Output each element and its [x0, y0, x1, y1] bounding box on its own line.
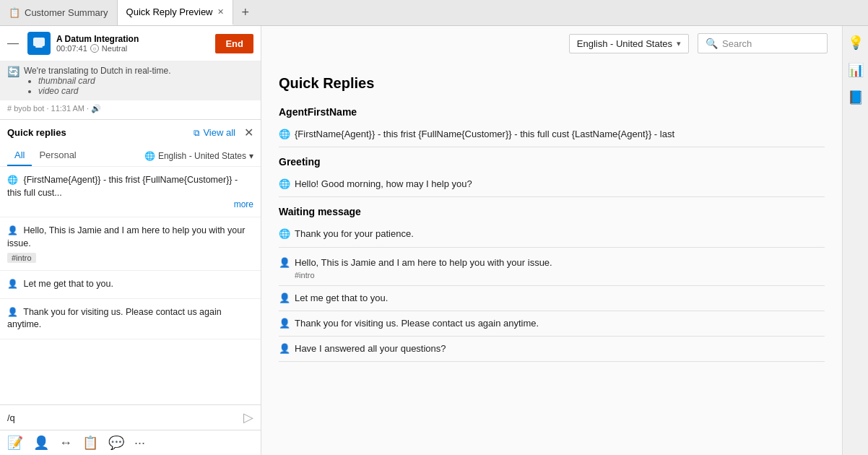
section-personal-text-0: Hello, This is Jamie and I am here to he…: [295, 256, 552, 269]
minimize-button[interactable]: —: [7, 37, 19, 50]
chat-input[interactable]: [7, 412, 239, 423]
card-item-thumbnail: thumbnail card: [38, 76, 170, 86]
section-personal-items: 👤 Hello, This is Jamie and I am here to …: [279, 251, 825, 363]
section-personal-item-3[interactable]: 👤 Have I answered all your questions?: [279, 337, 825, 362]
qr-tab-all[interactable]: All: [7, 145, 32, 166]
view-all-label: View all: [203, 127, 235, 138]
timer: 00:07:41: [56, 44, 87, 53]
card-list: thumbnail card video card: [24, 76, 170, 96]
rp-content: Quick Replies AgentFirstName 🌐 {FirstNam…: [261, 61, 842, 455]
qr-more-link[interactable]: more: [7, 199, 253, 209]
quick-replies-main-title: Quick Replies: [279, 75, 825, 92]
chat-toolbar: 📝 👤 ↔ 📋 💬 ···: [0, 430, 261, 455]
section-agent-first-name-item-0[interactable]: 🌐 {FirstName{Agent}} - this frist {FullN…: [279, 122, 825, 147]
translation-notice: 🔄 We're translating to Dutch in real-tim…: [0, 61, 261, 100]
qr-tab-personal[interactable]: Personal: [32, 145, 83, 166]
search-box[interactable]: 🔍 Search: [698, 33, 828, 53]
chat-avatar: [27, 32, 51, 55]
globe-icon-0: 🌐: [7, 175, 18, 185]
qr-item-0[interactable]: 🌐 {FirstName{Agent}} - this frist {FullN…: [0, 167, 261, 217]
section-waiting-title: Waiting message: [279, 206, 825, 217]
quick-replies-title: Quick replies: [7, 127, 191, 138]
language-dropdown-arrow: ▾: [249, 151, 253, 161]
quick-replies-panel: Quick replies ⧉ View all ✕ All Personal …: [0, 119, 261, 167]
section-personal-item-0[interactable]: 👤 Hello, This is Jamie and I am here to …: [279, 251, 825, 286]
svg-rect-0: [33, 38, 45, 46]
section-greeting-item-0[interactable]: 🌐 Hello! Good morning, how may I help yo…: [279, 172, 825, 197]
globe-icon-main-1: 🌐: [279, 178, 290, 189]
analytics-icon[interactable]: 📊: [845, 59, 867, 81]
globe-icon-main-2: 🌐: [279, 228, 290, 239]
section-personal-text-1: Let me get that to you.: [295, 292, 825, 305]
tab-bar: 📋 Customer Summary Quick Reply Preview ✕…: [0, 0, 868, 26]
qr-item-3-text: 👤 Thank you for visiting us. Please cont…: [7, 306, 253, 332]
personal-icon-3: 👤: [7, 307, 18, 317]
tab-customer-summary[interactable]: 📋 Customer Summary: [0, 0, 118, 25]
tab-quick-reply-preview-label: Quick Reply Preview: [126, 6, 213, 17]
personal-icon-2: 👤: [7, 279, 18, 289]
lightbulb-icon[interactable]: 💡: [845, 32, 867, 53]
lang-dropdown-label: English - United States: [577, 38, 672, 49]
section-greeting-text-0: Hello! Good morning, how may I help you?: [295, 178, 825, 191]
chat-status: 00:07:41 ○ Neutral: [56, 44, 209, 53]
section-agent-first-name-text-0: {FirstName{Agent}} - this frist {FullNam…: [295, 128, 825, 141]
qr-item-1-tag: #intro: [7, 253, 36, 263]
chat-input-area: ▷: [0, 404, 261, 430]
main-layout: — A Datum Integration 00:07:41 ○ Neutral…: [0, 26, 868, 455]
end-button[interactable]: End: [215, 34, 253, 53]
send-button[interactable]: ▷: [243, 410, 253, 425]
section-personal-tag-0: #intro: [295, 271, 552, 280]
tab-close-icon[interactable]: ✕: [217, 7, 224, 17]
toolbar-transfer-icon[interactable]: ↔: [59, 436, 72, 451]
chat-info: A Datum Integration 00:07:41 ○ Neutral: [56, 34, 209, 53]
tab-customer-summary-label: Customer Summary: [25, 7, 108, 18]
section-personal-item-2[interactable]: 👤 Thank you for visiting us. Please cont…: [279, 311, 825, 337]
status-text: Neutral: [102, 44, 127, 53]
section-personal-text-2: Thank you for visiting us. Please contac…: [295, 317, 825, 330]
language-dropdown[interactable]: English - United States ▾: [569, 34, 689, 53]
section-personal-text-3: Have I answered all your questions?: [295, 342, 825, 355]
company-name: A Datum Integration: [56, 34, 209, 44]
sidebar-icons: 💡 📊 📘: [842, 26, 868, 455]
section-agent-first-name-title: AgentFirstName: [279, 106, 825, 118]
toolbar-more-icon[interactable]: ···: [134, 436, 145, 451]
qr-header: Quick replies ⧉ View all ✕: [0, 120, 261, 145]
qr-item-1[interactable]: 👤 Hello, This is Jamie and I am here to …: [0, 217, 261, 271]
view-all-button[interactable]: ⧉ View all: [194, 127, 235, 138]
qr-item-2-text: 👤 Let me get that to you.: [7, 278, 253, 291]
globe-icon-main-0: 🌐: [279, 129, 290, 139]
personal-icon-main-3: 👤: [279, 343, 290, 354]
close-quick-replies-button[interactable]: ✕: [244, 126, 253, 139]
tab-quick-reply-preview[interactable]: Quick Reply Preview ✕: [118, 0, 233, 25]
qr-items-list: 🌐 {FirstName{Agent}} - this frist {FullN…: [0, 167, 261, 404]
bot-label: # byob bot · 11:31 AM · 🔊: [7, 104, 101, 113]
customer-summary-icon: 📋: [9, 7, 20, 18]
section-greeting: Greeting 🌐 Hello! Good morning, how may …: [279, 156, 825, 197]
bot-message: # byob bot · 11:31 AM · 🔊: [0, 100, 261, 119]
tab-add-button[interactable]: +: [233, 5, 259, 20]
toolbar-quick-replies-icon[interactable]: 📝: [7, 435, 23, 451]
translation-icon: 🔄: [7, 66, 19, 77]
section-waiting-text-0: Thank you for your patience.: [295, 228, 825, 240]
toolbar-chat-icon[interactable]: 💬: [108, 435, 124, 451]
qr-item-2[interactable]: 👤 Let me get that to you.: [0, 271, 261, 299]
book-icon[interactable]: 📘: [845, 87, 867, 108]
language-select[interactable]: 🌐 English - United States ▾: [144, 151, 253, 161]
qr-item-3[interactable]: 👤 Thank you for visiting us. Please cont…: [0, 299, 261, 339]
toolbar-agent-icon[interactable]: 👤: [33, 435, 49, 451]
toolbar-notes-icon[interactable]: 📋: [82, 435, 98, 451]
view-all-icon: ⧉: [194, 128, 200, 138]
qr-item-1-text: 👤 Hello, This is Jamie and I am here to …: [7, 225, 253, 250]
svg-rect-1: [35, 46, 43, 48]
translation-text: We're translating to Dutch in real-time.: [24, 66, 170, 76]
right-panel: English - United States ▾ 🔍 Search Quick…: [261, 26, 842, 455]
language-icon: 🌐: [144, 151, 155, 161]
personal-icon-1: 👤: [7, 225, 18, 235]
personal-icon-main-2: 👤: [279, 318, 290, 329]
personal-icon-main-1: 👤: [279, 292, 290, 303]
section-waiting-item-0[interactable]: 🌐 Thank you for your patience.: [279, 222, 825, 247]
section-greeting-title: Greeting: [279, 156, 825, 168]
section-agent-first-name: AgentFirstName 🌐 {FirstName{Agent}} - th…: [279, 106, 825, 147]
section-personal-item-1[interactable]: 👤 Let me get that to you.: [279, 286, 825, 311]
language-label: English - United States: [158, 151, 246, 161]
